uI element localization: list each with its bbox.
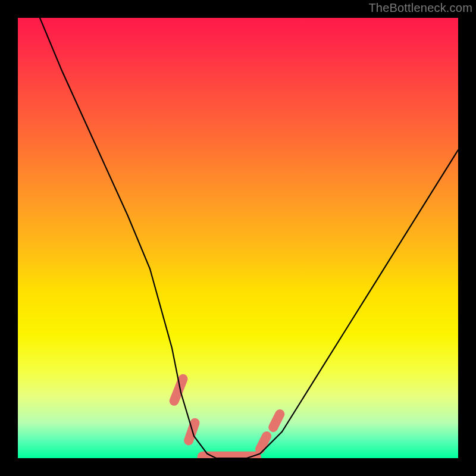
markers-group [174,379,280,457]
watermark-text: TheBottleneck.com [368,1,472,15]
chart-svg [18,18,458,458]
chart-frame: TheBottleneck.com [0,0,476,476]
bottleneck-curve [40,18,458,458]
marker-capsule [273,414,280,427]
marker-capsule [189,423,195,441]
plot-area [18,18,458,458]
